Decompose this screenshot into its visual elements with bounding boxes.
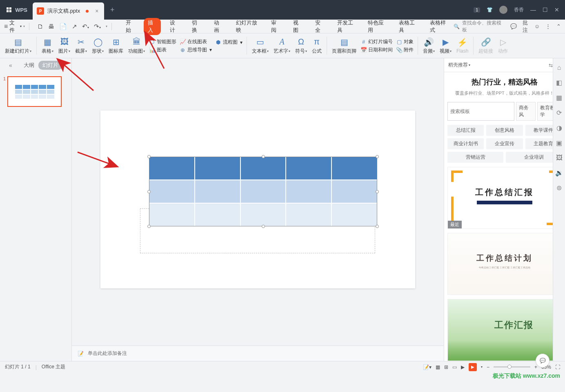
strip-user-icon[interactable]: ◑ bbox=[556, 124, 562, 132]
maximize-button[interactable]: ☐ bbox=[543, 7, 548, 13]
new-slide-button[interactable]: ▤ 新建幻灯片▾ bbox=[2, 37, 34, 55]
close-tab-icon[interactable]: × bbox=[95, 8, 98, 14]
formula-button[interactable]: π 公式 bbox=[309, 37, 324, 55]
template-card-2[interactable]: 工作总结计划 年终总结 工作汇报 工作汇报 工作汇报 工作总结 bbox=[447, 233, 562, 295]
batch-label[interactable]: 批注 bbox=[523, 19, 528, 34]
comment-icon[interactable]: 💬 bbox=[510, 23, 517, 29]
tab-security[interactable]: 安全 bbox=[311, 18, 328, 35]
notes-pane[interactable]: 📝 单击此处添加备注 bbox=[72, 345, 444, 361]
video-button[interactable]: ▶ 视频▾ bbox=[437, 37, 454, 55]
apparel-icon[interactable]: 👕 bbox=[487, 7, 493, 13]
strip-home-icon[interactable]: ⌂ bbox=[557, 64, 561, 71]
strip-animate-icon[interactable]: ⟳ bbox=[556, 109, 562, 117]
new-tab-button[interactable]: + bbox=[104, 0, 120, 20]
tab-transition[interactable]: 切换 bbox=[188, 18, 205, 35]
notes-toggle-icon[interactable]: 📝▾ bbox=[423, 364, 432, 370]
inserted-table[interactable] bbox=[149, 157, 377, 226]
cat-creative[interactable]: 创意风格 bbox=[486, 125, 523, 136]
document-tab[interactable]: P 演示文稿.pptx × bbox=[33, 2, 104, 20]
fit-to-window-icon[interactable]: ⛶ bbox=[555, 364, 560, 370]
zoom-slider[interactable] bbox=[494, 366, 530, 368]
minimize-button[interactable]: — bbox=[530, 7, 536, 13]
print-icon[interactable]: 🖶 bbox=[48, 23, 54, 30]
sorter-view-icon[interactable]: ⊞ bbox=[444, 364, 448, 370]
strip-layout-icon[interactable]: ▣ bbox=[556, 139, 562, 147]
template-card-1[interactable]: 工作总结汇报 最近 bbox=[447, 167, 562, 229]
slides-tab[interactable]: 幻灯片 bbox=[38, 61, 62, 70]
cat-marketing[interactable]: 营销运营 bbox=[447, 152, 503, 163]
chart-button[interactable]: 📊图表 bbox=[149, 47, 176, 53]
symbol-button[interactable]: Ω 符号▾ bbox=[293, 37, 309, 55]
undo-icon[interactable]: ↶▾ bbox=[82, 23, 89, 30]
flowchart-button[interactable]: ⬢流程图▾ bbox=[215, 39, 242, 46]
tab-design[interactable]: 设计 bbox=[166, 18, 183, 35]
tab-tablestyle[interactable]: 表格样式 bbox=[426, 18, 452, 35]
tab-features[interactable]: 特色应用 bbox=[364, 18, 390, 35]
tab-view[interactable]: 视图 bbox=[289, 18, 306, 35]
tab-review[interactable]: 审阅 bbox=[267, 18, 284, 35]
datetime-button[interactable]: 📅日期和时间 bbox=[360, 47, 393, 53]
strip-layers-icon[interactable]: ◧ bbox=[556, 79, 562, 86]
print-preview-icon[interactable]: 📄 bbox=[59, 23, 67, 30]
strip-sound-icon[interactable]: 🔉 bbox=[555, 169, 563, 177]
cat-summary[interactable]: 总结汇报 bbox=[447, 125, 484, 136]
file-dropdown-icon[interactable]: ▾ bbox=[23, 24, 25, 28]
template-search-input[interactable] bbox=[447, 102, 514, 121]
collapse-ribbon-icon[interactable]: ⌃ bbox=[556, 23, 561, 29]
panel-dropdown-icon[interactable]: ▾ bbox=[469, 63, 470, 67]
picture-button[interactable]: 🖼 图片▾ bbox=[56, 37, 73, 55]
tab-tabletools[interactable]: 表格工具 bbox=[395, 18, 421, 35]
wordart-button[interactable]: A 艺术字▾ bbox=[271, 37, 293, 55]
strip-effect-icon[interactable]: ⊚ bbox=[556, 184, 562, 192]
tab-slideshow[interactable]: 幻灯片放映 bbox=[232, 18, 262, 35]
table-button[interactable]: ▦ 表格▾ bbox=[39, 37, 56, 55]
slide-number-button[interactable]: #幻灯片编号 bbox=[360, 38, 393, 45]
file-menu[interactable]: 文件▾ bbox=[9, 19, 21, 34]
outline-tab[interactable]: 大纲 bbox=[24, 62, 34, 69]
filter-business[interactable]: 商务风 bbox=[516, 102, 536, 121]
tab-insert[interactable]: 插入 bbox=[144, 18, 161, 35]
tab-animation[interactable]: 动画 bbox=[210, 18, 227, 35]
notification-badge[interactable]: 1 bbox=[474, 7, 480, 13]
reading-view-icon[interactable]: ▭ bbox=[452, 364, 457, 370]
wps-home-button[interactable]: WPS bbox=[0, 0, 33, 20]
textbox-button[interactable]: ▭ 文本框▾ bbox=[249, 37, 271, 55]
object-button[interactable]: ▢对象 bbox=[396, 38, 414, 45]
redo-icon[interactable]: ↷▾ bbox=[94, 23, 101, 30]
smart-graphic-button[interactable]: ⬡智能图形 bbox=[149, 38, 176, 45]
play-dropdown-icon[interactable]: ▾ bbox=[481, 365, 483, 369]
slide[interactable] bbox=[100, 111, 415, 288]
attachment-button[interactable]: 📎附件 bbox=[396, 47, 414, 53]
chat-bubble-button[interactable]: 💬 bbox=[536, 354, 549, 368]
tab-devtools[interactable]: 开发工具 bbox=[333, 18, 359, 35]
close-window-button[interactable]: ✕ bbox=[554, 7, 559, 13]
slide-thumbnail[interactable] bbox=[7, 76, 62, 107]
strip-image-icon[interactable]: 🖼 bbox=[556, 154, 563, 162]
audio-button[interactable]: 🔊 音频▾ bbox=[420, 37, 437, 55]
template-card-3[interactable]: 工作汇报 bbox=[447, 299, 562, 361]
icon-library-button[interactable]: ⊞ 图标库 bbox=[106, 37, 126, 55]
play-button[interactable]: ▶ bbox=[469, 363, 477, 371]
online-chart-button[interactable]: 📈在线图表 bbox=[180, 38, 212, 45]
screenshot-button[interactable]: ✂ 截屏▾ bbox=[73, 37, 89, 55]
normal-view-icon[interactable]: ▦ bbox=[436, 364, 440, 370]
menu-icon[interactable]: ≡ bbox=[4, 23, 8, 30]
slideshow-view-icon[interactable]: ▶ bbox=[461, 364, 465, 370]
smile-icon[interactable]: ☺ bbox=[534, 23, 540, 29]
tab-start[interactable]: 开始 bbox=[122, 18, 139, 35]
shape-button[interactable]: ◯ 形状▾ bbox=[89, 37, 106, 55]
mindmap-button[interactable]: ⊕思维导图▾ bbox=[180, 47, 212, 53]
panel-settings-icon[interactable]: ⇆ bbox=[549, 62, 553, 68]
zoom-out-icon[interactable]: − bbox=[487, 364, 489, 370]
cat-corp[interactable]: 企业宣传 bbox=[486, 138, 523, 149]
cat-bizplan[interactable]: 商业计划书 bbox=[447, 138, 484, 149]
qat-more-icon[interactable]: ▾ bbox=[106, 24, 107, 28]
strip-format-icon[interactable]: ▦ bbox=[556, 94, 562, 102]
function-chart-button[interactable]: 🏛 功能图▾ bbox=[126, 37, 147, 55]
collapse-panel-icon[interactable]: « bbox=[9, 62, 12, 69]
export-icon[interactable]: ↗ bbox=[72, 23, 77, 30]
help-icon[interactable]: ⋮ bbox=[545, 23, 551, 29]
save-icon[interactable]: 🗋 bbox=[37, 23, 43, 30]
header-footer-button[interactable]: ▤ 页眉和页脚 bbox=[329, 37, 359, 55]
user-avatar[interactable] bbox=[499, 6, 507, 14]
